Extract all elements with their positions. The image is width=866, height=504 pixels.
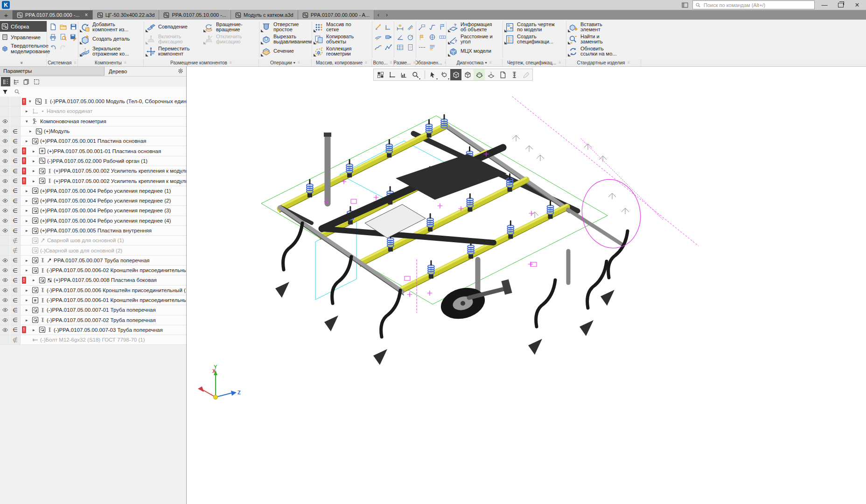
filter-icon[interactable] [2, 89, 8, 95]
tree-item[interactable]: ∈ ! ▸ (+)PPA.0107.05.00.002 Усилитель кр… [0, 176, 186, 186]
window-layout-icon[interactable] [681, 1, 689, 9]
include-status-icon[interactable]: ∈ [10, 176, 21, 185]
tool-button[interactable] [384, 22, 393, 31]
expander-icon[interactable]: ▸ [26, 139, 30, 143]
include-status-icon[interactable]: ∈ [10, 305, 21, 315]
command-search-input[interactable] [703, 2, 812, 8]
command-button[interactable]: Создать деталь [79, 33, 143, 45]
tree-item[interactable]: ∈ ! ▸ (+)PPA.0107.05.00.002 Усилитель кр… [0, 166, 186, 176]
viewport-tool-button[interactable] [375, 69, 386, 80]
expander-icon[interactable]: ▸ [26, 308, 30, 312]
tree-item[interactable]: ∈ ! ▸ (+)Модуль [0, 126, 186, 136]
visibility-eye-icon[interactable] [0, 216, 10, 225]
system-tool-button[interactable] [69, 22, 78, 31]
visibility-eye-icon[interactable] [0, 335, 10, 344]
visibility-eye-icon[interactable] [0, 256, 10, 265]
include-status-icon[interactable]: ∉ [10, 335, 21, 344]
system-tool-button[interactable] [58, 22, 68, 31]
tool-button[interactable] [405, 42, 415, 52]
tool-button[interactable] [405, 22, 415, 31]
tree-item[interactable]: ! ▾ Компоновочная геометрия [0, 117, 186, 126]
visibility-eye-icon[interactable] [0, 226, 10, 235]
expander-icon[interactable]: ▾ [26, 119, 30, 124]
visibility-eye-icon[interactable] [0, 106, 10, 116]
tool-button[interactable] [427, 42, 437, 52]
include-status-icon[interactable]: ∈ [10, 196, 21, 205]
system-tool-button[interactable] [58, 42, 68, 52]
expander-icon[interactable]: ▸ [26, 228, 30, 233]
tree-item[interactable]: ∈ ! ▸ (-)PPA.0107.05.00.007-01 Труба поп… [0, 305, 186, 315]
include-status-icon[interactable]: ∈ [10, 166, 21, 175]
tree-item[interactable]: ∈ ! ▸ (+)PPA.0107.05.00.004 Ребро усилен… [0, 206, 186, 216]
document-tab[interactable]: Модуль с катком.a3d [231, 10, 298, 20]
tab-scroll-right[interactable]: › [383, 10, 391, 20]
menu-item[interactable] [88, 4, 97, 6]
include-status-icon[interactable]: ∉ [10, 236, 21, 245]
system-tool-button[interactable] [48, 22, 57, 31]
visibility-eye-icon[interactable] [0, 117, 10, 126]
visibility-eye-icon[interactable] [0, 166, 10, 175]
command-button[interactable]: Вращение- вращение [203, 21, 258, 33]
tree-view-mode-button[interactable] [21, 77, 31, 86]
visibility-eye-icon[interactable] [0, 266, 10, 275]
document-tab[interactable]: PPA.0107.05.10.000 -... [159, 10, 231, 20]
tree-item[interactable]: ∉ ! Сварной шов для основной (1) [0, 236, 186, 245]
visibility-eye-icon[interactable] [0, 176, 10, 185]
visibility-eye-icon[interactable] [0, 295, 10, 305]
tree-item[interactable]: ∈ ! ▸ (-)PPA.0107.05.02.000 Рабочий орга… [0, 156, 186, 166]
command-button[interactable]: Создать спецификаци... [504, 33, 565, 45]
expander-icon[interactable]: ▸ [33, 328, 37, 332]
include-status-icon[interactable]: ∈ [10, 226, 21, 235]
tool-button[interactable] [417, 22, 426, 31]
menu-item[interactable] [71, 4, 80, 6]
command-button[interactable]: Совпадение [145, 21, 201, 33]
tree-item[interactable]: ∈ ! ▸ (-)PPA.0107.05.00.006 Кронштейн пр… [0, 286, 186, 295]
tree-search-icon[interactable] [14, 89, 20, 95]
close-button[interactable]: × [851, 0, 863, 10]
system-tool-button[interactable] [48, 42, 57, 52]
tree-settings-gear-icon[interactable] [177, 68, 184, 74]
viewport-tool-button[interactable] [520, 69, 531, 80]
include-status-icon[interactable]: ∈ [10, 146, 21, 155]
visibility-eye-icon[interactable] [0, 275, 10, 285]
tool-button[interactable] [438, 32, 447, 42]
menu-item[interactable] [97, 4, 105, 6]
expander-icon[interactable]: ▾ [29, 99, 34, 104]
tool-button[interactable] [427, 22, 437, 31]
visibility-eye-icon[interactable] [0, 146, 10, 155]
menu-item[interactable] [55, 4, 63, 6]
tool-button[interactable] [417, 42, 426, 52]
minimize-button[interactable]: — [818, 0, 831, 10]
visibility-eye-icon[interactable] [0, 236, 10, 245]
mode-button[interactable]: Управление [0, 32, 47, 42]
command-button[interactable]: Отключить фиксацию [203, 33, 258, 45]
visibility-eye-icon[interactable] [0, 325, 10, 335]
tree-item[interactable]: ∈ ! ▸ (+)PPA.0107.05.00.004 Ребро усилен… [0, 186, 186, 196]
include-status-icon[interactable]: ∈ [10, 275, 21, 285]
viewport-tool-button[interactable] [450, 69, 461, 80]
group-dropdown-icon[interactable]: ▾ [293, 61, 295, 65]
command-button[interactable]: Вставить элемент [567, 21, 640, 33]
viewport-tool-button[interactable] [421, 70, 425, 79]
include-status-icon[interactable]: ∈ [10, 206, 21, 215]
command-button[interactable]: Найти и заменить [567, 33, 640, 45]
ribbon-collapse-button[interactable]: » [0, 59, 47, 66]
tree-item[interactable]: ∈ ! ▸ PPA.0107.05.00.007 Труба поперечна… [0, 256, 186, 266]
menu-item[interactable] [13, 4, 21, 6]
tree-item[interactable]: ∈ ! ▸ (-)PPA.0107.05.00.006-02 Кронштейн… [0, 266, 186, 275]
expander-icon[interactable]: ▸ [26, 288, 30, 293]
command-button[interactable]: Сечение [260, 45, 311, 57]
tree-item[interactable]: ∉ ! (-)Болт М12-6gx32 (S18) ГОСТ 7798-70… [0, 335, 186, 345]
mode-button[interactable]: Твердотельное моделирование [0, 42, 47, 55]
system-tool-button[interactable] [48, 32, 57, 42]
include-status-icon[interactable] [10, 97, 21, 106]
expander-icon[interactable]: ▸ [26, 298, 30, 302]
tab-tree[interactable]: Дерево [109, 67, 127, 76]
expander-icon[interactable]: ▸ [29, 129, 34, 133]
tree-item[interactable]: ∈ ! ▸ (+)PPA.0107.05.00.001 Пластина осн… [0, 136, 186, 146]
visibility-eye-icon[interactable] [0, 206, 10, 215]
expander-icon[interactable]: ▸ [33, 278, 37, 282]
tree-view-mode-button[interactable] [32, 77, 41, 86]
tree-item[interactable]: ∈ ! ▸ (+)PPA.0107.05.00.004 Ребро усилен… [0, 216, 186, 226]
tree-item[interactable]: ! ▾ (-)PPA.0107.05.00.000 Модуль (Тел-0,… [0, 97, 186, 106]
